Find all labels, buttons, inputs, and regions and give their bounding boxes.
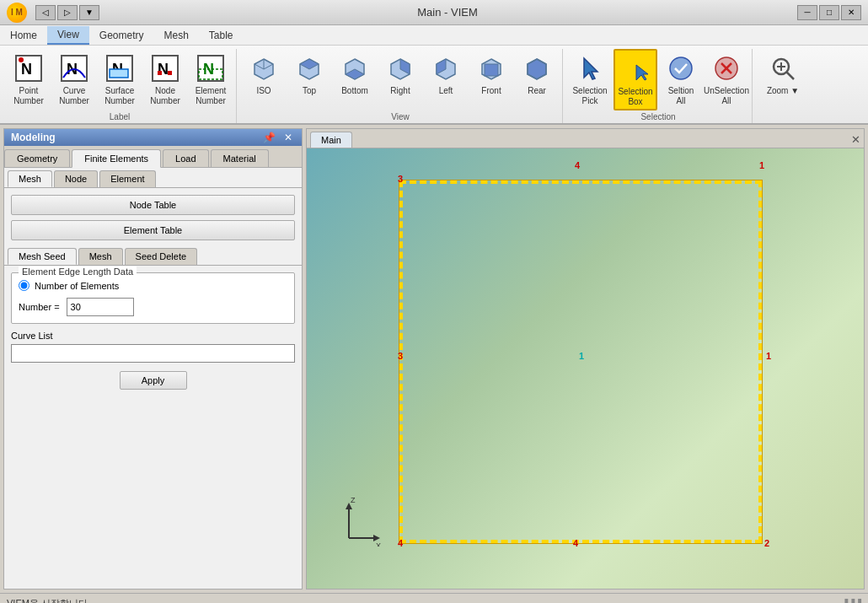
subtab-node[interactable]: Node xyxy=(54,170,98,187)
svg-marker-28 xyxy=(373,535,380,541)
selection-all-icon xyxy=(666,53,696,83)
unselection-all-button[interactable]: UnSelectionAll xyxy=(705,49,748,109)
menu-table[interactable]: Table xyxy=(199,27,244,44)
subtab-element[interactable]: Element xyxy=(99,170,155,187)
view-group-label: View xyxy=(242,112,559,123)
top-icon xyxy=(294,53,324,83)
element-number-label: ElementNumber xyxy=(196,86,227,106)
selection-buttons: SelectionPick SelectionBox xyxy=(568,49,748,110)
point-label-4-bm: 4 xyxy=(573,538,578,548)
panel-content: Node Table Element Table Mesh Seed Mesh … xyxy=(4,188,302,589)
point-label-1-tr: 1 xyxy=(759,160,764,170)
curve-list-label: Curve List xyxy=(11,331,295,341)
viewport-close-button[interactable]: ✕ xyxy=(851,132,860,148)
num-elements-radio[interactable] xyxy=(19,280,29,291)
unselection-all-icon xyxy=(711,53,742,83)
surface-number-button[interactable]: N SurfaceNumber xyxy=(98,49,142,109)
menu-home[interactable]: Home xyxy=(0,27,47,44)
rear-icon xyxy=(522,53,552,83)
selection-pick-label: SelectionPick xyxy=(572,86,607,106)
point-label-3-ml: 3 xyxy=(398,351,403,361)
titlebar: I M ◁ ▷ ▼ Main - VIEM ─ □ ✕ xyxy=(0,0,868,25)
status-text: VIEM을 시작합니다. xyxy=(7,597,90,603)
right-icon xyxy=(385,53,415,83)
viewport[interactable]: 3 1 4 3 1 1 4 4 2 Z X xyxy=(307,148,864,589)
quick-access-undo[interactable]: ◁ xyxy=(35,5,56,20)
mesh-seed-tab-bar: Mesh Seed Mesh Seed Delete xyxy=(4,245,302,266)
element-table-button[interactable]: Element Table xyxy=(11,220,295,240)
close-button[interactable]: ✕ xyxy=(841,5,861,20)
header-actions: 📌 ✕ xyxy=(260,132,295,143)
selection-pick-button[interactable]: SelectionPick xyxy=(568,49,612,109)
selection-box-label: SelectionBox xyxy=(618,87,652,107)
panel-pin-button[interactable]: 📌 xyxy=(260,132,278,143)
selection-group-label: Selection xyxy=(568,112,748,123)
left-label: Left xyxy=(439,86,453,96)
iso-button[interactable]: ISO xyxy=(242,49,286,106)
restore-button[interactable]: □ xyxy=(819,5,839,20)
front-icon xyxy=(476,53,506,83)
number-input-row: Number = xyxy=(19,298,287,316)
tab-material[interactable]: Material xyxy=(211,149,269,167)
zoom-group-label xyxy=(758,112,808,123)
right-label: Right xyxy=(390,86,410,96)
rear-label: Rear xyxy=(528,86,546,96)
front-button[interactable]: Front xyxy=(469,49,513,106)
node-number-button[interactable]: N NodeNumber xyxy=(143,49,187,109)
iso-label: ISO xyxy=(256,86,271,96)
rear-button[interactable]: Rear xyxy=(515,49,559,106)
ribbon-group-view: ISO Top Bottom xyxy=(238,49,563,123)
viewport-tab-main[interactable]: Main xyxy=(310,132,352,148)
tab-geometry[interactable]: Geometry xyxy=(4,149,70,167)
menu-mesh[interactable]: Mesh xyxy=(154,27,199,44)
apply-button[interactable]: Apply xyxy=(120,371,187,390)
coordinate-axis: Z X xyxy=(332,496,383,546)
status-indicator: ▐▐▐ xyxy=(842,599,861,604)
panel-close-button[interactable]: ✕ xyxy=(281,132,295,143)
ribbon: N PointNumber N CurveNumber xyxy=(0,46,868,125)
tab-load[interactable]: Load xyxy=(163,149,208,167)
subtab-bar: Mesh Node Element xyxy=(4,168,302,188)
ribbon-group-zoom: Zoom ▼ xyxy=(754,49,812,123)
zoom-label: Zoom ▼ xyxy=(767,86,799,96)
node-table-button[interactable]: Node Table xyxy=(11,195,295,215)
element-number-button[interactable]: N ElementNumber xyxy=(189,49,233,109)
svg-rect-11 xyxy=(168,71,172,75)
curve-number-label: CurveNumber xyxy=(59,86,89,106)
svg-text:Z: Z xyxy=(351,496,356,504)
curve-number-button[interactable]: N CurveNumber xyxy=(52,49,96,109)
main-content: Modeling 📌 ✕ Geometry Finite Elements Lo… xyxy=(0,125,868,593)
selection-all-label: SeltionAll xyxy=(668,86,694,106)
top-label: Top xyxy=(303,86,316,96)
minimize-button[interactable]: ─ xyxy=(797,5,817,20)
subtab-mesh[interactable]: Mesh xyxy=(8,170,52,187)
menu-geometry[interactable]: Geometry xyxy=(89,27,154,44)
top-button[interactable]: Top xyxy=(287,49,331,106)
element-edge-title: Element Edge Length Data xyxy=(19,267,137,277)
point-label-4-tm: 4 xyxy=(575,160,580,170)
menu-view[interactable]: View xyxy=(47,26,89,45)
iso-icon xyxy=(249,53,279,83)
tab-finite-elements[interactable]: Finite Elements xyxy=(72,149,161,168)
point-label-3-tl: 3 xyxy=(398,174,403,184)
subtab-mesh-seed[interactable]: Mesh Seed xyxy=(8,248,77,265)
quick-access-more[interactable]: ▼ xyxy=(79,5,99,20)
curve-list-input[interactable] xyxy=(11,344,295,363)
selection-box-button[interactable]: SelectionBox xyxy=(613,49,657,110)
zoom-button[interactable]: Zoom ▼ xyxy=(758,49,808,106)
number-equals-label: Number = xyxy=(19,302,60,312)
subtab-mesh-inner[interactable]: Mesh xyxy=(78,248,123,265)
right-button[interactable]: Right xyxy=(378,49,422,106)
menubar: Home View Geometry Mesh Table xyxy=(0,25,868,46)
quick-access-redo[interactable]: ▷ xyxy=(57,5,78,20)
geometry-rectangle xyxy=(399,180,762,543)
ribbon-group-label: N PointNumber N CurveNumber xyxy=(3,49,237,123)
number-input[interactable] xyxy=(67,298,134,316)
subtab-seed-delete[interactable]: Seed Delete xyxy=(125,248,198,265)
main-tab-bar: Geometry Finite Elements Load Material xyxy=(4,146,302,168)
unselection-all-label: UnSelectionAll xyxy=(704,86,749,106)
left-button[interactable]: Left xyxy=(424,49,468,106)
point-number-button[interactable]: N PointNumber xyxy=(7,49,51,109)
bottom-button[interactable]: Bottom xyxy=(333,49,377,106)
selection-all-button[interactable]: SeltionAll xyxy=(659,49,703,109)
